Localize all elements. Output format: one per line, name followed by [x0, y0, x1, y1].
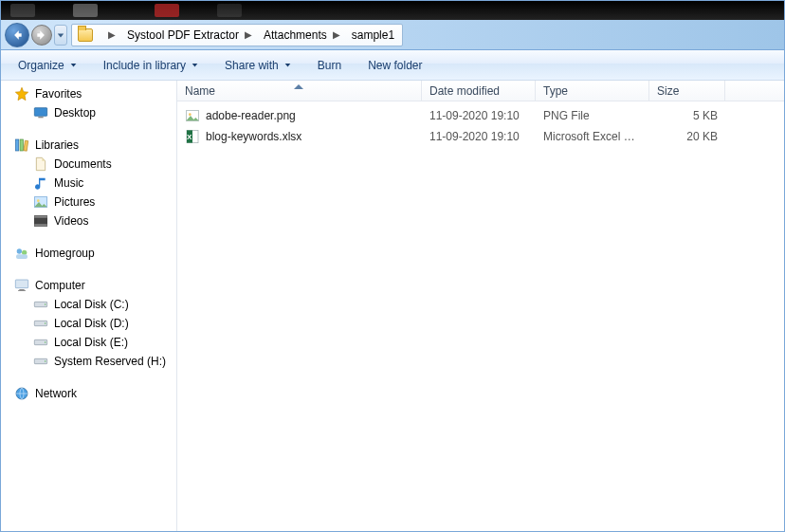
sidebar-section-network: Network [1, 384, 176, 403]
column-size-label: Size [657, 84, 679, 98]
breadcrumb-label: sample1 [352, 28, 394, 42]
sidebar-item-desktop[interactable]: Desktop [1, 103, 176, 122]
chevron-down-icon [192, 62, 198, 68]
sidebar-item-label: Local Disk (D:) [54, 317, 129, 330]
sidebar-network-header[interactable]: Network [1, 384, 176, 403]
breadcrumb-item[interactable]: sample1 [346, 25, 400, 46]
taskbar-blur-spot [155, 4, 179, 17]
svg-point-11 [22, 250, 27, 255]
nav-history-dropdown[interactable] [54, 25, 67, 46]
taskbar-blur-spot [73, 4, 98, 17]
drive-icon [33, 316, 48, 331]
column-date[interactable]: Date modified [422, 81, 536, 101]
column-size[interactable]: Size [649, 81, 725, 101]
svg-point-17 [45, 303, 46, 304]
sidebar-section-libraries: Libraries Documents Music Pictures Video… [1, 136, 176, 230]
sidebar-section-computer: Computer Local Disk (C:) Local Disk (D:)… [1, 276, 176, 371]
sidebar-item-drive-d[interactable]: Local Disk (D:) [1, 314, 176, 333]
sidebar-item-label: System Reserved (H:) [54, 355, 166, 368]
new-folder-button[interactable]: New folder [360, 55, 429, 76]
svg-rect-2 [15, 139, 18, 151]
sidebar-libraries-header[interactable]: Libraries [1, 136, 176, 155]
sidebar-network-label: Network [35, 387, 77, 400]
main-area: Favorites Desktop Libraries Documents [1, 81, 784, 531]
sidebar-item-videos[interactable]: Videos [1, 211, 176, 230]
sidebar-section-favorites: Favorites Desktop [1, 84, 176, 122]
organize-label: Organize [18, 59, 64, 72]
breadcrumb-root-arrow[interactable]: ▶ [97, 25, 121, 46]
share-with-button[interactable]: Share with [217, 55, 299, 76]
file-size: 20 KB [649, 130, 725, 143]
sidebar-item-documents[interactable]: Documents [1, 155, 176, 174]
svg-point-6 [37, 199, 40, 202]
include-in-library-button[interactable]: Include in library [96, 55, 206, 76]
sort-ascending-icon [293, 79, 304, 84]
drive-icon [33, 297, 48, 312]
include-label: Include in library [103, 59, 186, 72]
desktop-icon [33, 105, 48, 120]
sidebar-item-label: Pictures [54, 195, 95, 209]
breadcrumb[interactable]: ▶ Systool PDF Extractor▶ Attachments▶ sa… [71, 24, 403, 46]
sidebar-item-label: Desktop [54, 106, 96, 119]
back-button[interactable] [5, 23, 29, 47]
column-date-label: Date modified [429, 84, 500, 98]
file-row[interactable]: X blog-keywords.xlsx 11-09-2020 19:10 Mi… [177, 126, 784, 147]
music-icon [33, 175, 48, 191]
sidebar-homegroup-header[interactable]: Homegroup [1, 244, 176, 263]
sidebar-computer-label: Computer [35, 279, 85, 292]
column-type-label: Type [543, 84, 568, 98]
breadcrumb-label: Systool PDF Extractor [127, 28, 239, 42]
image-file-icon [185, 108, 200, 123]
svg-rect-3 [20, 139, 23, 151]
new-folder-label: New folder [368, 59, 422, 72]
organize-button[interactable]: Organize [10, 55, 84, 76]
sidebar-item-music[interactable]: Music [1, 174, 176, 193]
sidebar-item-label: Local Disk (E:) [54, 336, 128, 349]
sidebar-computer-header[interactable]: Computer [1, 276, 176, 295]
taskbar-blur-spot [217, 4, 242, 17]
forward-button[interactable] [31, 25, 52, 46]
file-list-pane: Name Date modified Type Size adobe-reade… [177, 81, 784, 531]
file-size: 5 KB [649, 109, 725, 122]
svg-rect-4 [24, 140, 28, 151]
svg-rect-0 [34, 108, 46, 117]
sidebar-item-pictures[interactable]: Pictures [1, 193, 176, 211]
sidebar-favorites-header[interactable]: Favorites [1, 84, 176, 103]
svg-rect-12 [16, 254, 27, 259]
svg-text:X: X [187, 133, 192, 141]
pictures-icon [33, 194, 48, 210]
file-type: PNG File [536, 109, 649, 122]
burn-button[interactable]: Burn [310, 55, 349, 76]
svg-rect-1 [38, 117, 43, 118]
network-icon [14, 386, 29, 401]
taskbar-blur-spot [10, 4, 35, 17]
svg-point-23 [45, 360, 46, 361]
file-date: 11-09-2020 19:10 [422, 109, 536, 122]
sidebar-item-label: Videos [54, 214, 88, 228]
sidebar-libraries-label: Libraries [35, 138, 79, 152]
drive-icon [33, 354, 48, 369]
breadcrumb-item[interactable]: Systool PDF Extractor▶ [121, 25, 258, 46]
sidebar-item-label: Local Disk (C:) [54, 298, 129, 311]
burn-label: Burn [318, 59, 341, 72]
svg-point-10 [17, 248, 22, 253]
sidebar-item-label: Music [54, 176, 83, 190]
chevron-down-icon [70, 62, 77, 68]
sidebar-favorites-label: Favorites [35, 87, 82, 101]
excel-file-icon: X [185, 129, 200, 144]
svg-rect-15 [18, 290, 26, 291]
file-type: Microsoft Excel W... [536, 130, 649, 143]
sidebar-item-drive-c[interactable]: Local Disk (C:) [1, 295, 176, 314]
breadcrumb-item[interactable]: Attachments▶ [258, 25, 346, 46]
sidebar-item-label: Documents [54, 157, 112, 171]
file-rows: adobe-reader.png 11-09-2020 19:10 PNG Fi… [177, 101, 784, 151]
sidebar-item-drive-h[interactable]: System Reserved (H:) [1, 352, 176, 371]
file-name: blog-keywords.xlsx [206, 130, 301, 143]
sidebar-item-drive-e[interactable]: Local Disk (E:) [1, 333, 176, 352]
svg-point-21 [45, 341, 46, 342]
videos-icon [33, 213, 48, 229]
svg-point-26 [189, 113, 192, 116]
column-type[interactable]: Type [536, 81, 649, 101]
file-row[interactable]: adobe-reader.png 11-09-2020 19:10 PNG Fi… [177, 105, 784, 126]
svg-rect-13 [15, 280, 27, 288]
